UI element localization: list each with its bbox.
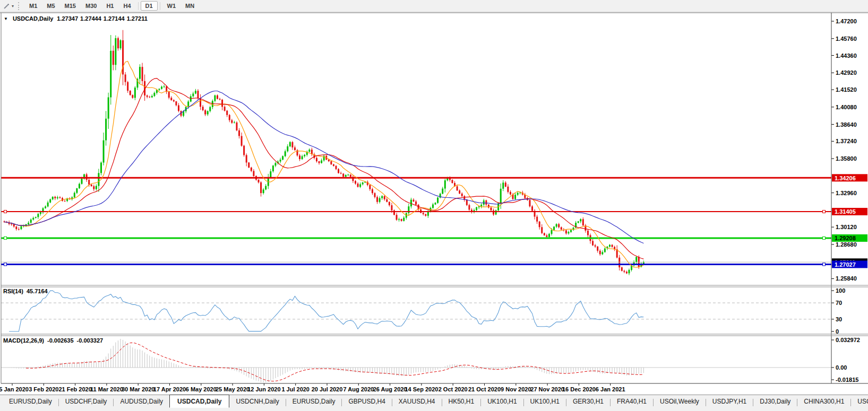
date-axis: 15 Jan 20203 Feb 202021 Feb 202011 Mar 2… bbox=[0, 383, 625, 392]
date-label: 3 Feb 2020 bbox=[29, 386, 58, 392]
macd-scale-label: 0.032972 bbox=[836, 337, 860, 343]
line-handle[interactable] bbox=[823, 237, 826, 239]
macd-value2: -0.003327 bbox=[77, 337, 104, 344]
date-label: 30 Mar 2020 bbox=[122, 386, 154, 392]
chart-tab-usdcnh-daily[interactable]: USDCNH,Daily bbox=[229, 395, 285, 408]
date-label: 26 Aug 2020 bbox=[373, 386, 407, 392]
chart-tab-eurusd-daily[interactable]: EURUSD,Daily bbox=[286, 395, 342, 408]
price-tick-label: 1.40080 bbox=[836, 104, 857, 110]
price-tick-label: 1.38640 bbox=[836, 121, 857, 128]
price-tick-label: 1.44360 bbox=[836, 53, 857, 59]
price-tick-label: 1.35800 bbox=[836, 155, 857, 162]
chart-tab-usdchf-daily[interactable]: USDCHF,Daily bbox=[59, 395, 114, 408]
date-label: 17 Apr 2020 bbox=[153, 386, 186, 392]
chart-tab-bar: EURUSD,DailyUSDCHF,DailyAUDUSD,DailyUSDC… bbox=[0, 395, 868, 411]
price-badge-1.29208-text: 1.29208 bbox=[835, 235, 856, 241]
chart-tab-dj30-daily[interactable]: DJ30,Daily bbox=[753, 395, 797, 408]
date-label: 27 Nov 2020 bbox=[530, 386, 564, 392]
chart-tab-eurusd-daily[interactable]: EURUSD,Daily bbox=[3, 395, 58, 408]
chart-tab-uk100-h1[interactable]: UK100,H1 bbox=[481, 395, 523, 408]
date-label: 9 Nov 2020 bbox=[501, 386, 531, 392]
date-label: 14 Sep 2020 bbox=[405, 386, 438, 392]
rsi-scale-label: 70 bbox=[836, 300, 842, 306]
rsi-scale-label: 30 bbox=[836, 316, 842, 322]
chart-tab-china300-h1[interactable]: CHINA300,H1 bbox=[797, 395, 850, 408]
date-label: 7 Aug 2020 bbox=[343, 386, 374, 392]
macd-pane-label: MACD(12,26,9) -0.002635 -0.003327 bbox=[3, 337, 103, 344]
date-label: 12 Jun 2020 bbox=[247, 386, 280, 392]
chart-tab-audusd-daily[interactable]: AUDUSD,Daily bbox=[114, 395, 169, 408]
date-label: 2 Oct 2020 bbox=[439, 386, 468, 392]
price-badge-1.31405-text: 1.31405 bbox=[835, 208, 856, 215]
price-tick-label: 1.32960 bbox=[836, 190, 857, 196]
date-label: 16 Dec 2020 bbox=[562, 386, 596, 392]
rsi-name: RSI(14) bbox=[3, 288, 23, 294]
line-handle[interactable] bbox=[4, 263, 7, 266]
date-label: 20 Jul 2020 bbox=[312, 386, 343, 392]
date-label: 25 May 2020 bbox=[216, 386, 250, 392]
chart-tab-xauusd-h4[interactable]: XAUUSD,H4 bbox=[392, 395, 442, 408]
mt4-window: ▾ M1M5M15M30H1H4D1W1MN 1.472001.457601.4… bbox=[0, 0, 868, 411]
line-handle[interactable] bbox=[4, 237, 7, 239]
chart-tab-hk50-h1[interactable]: HK50,H1 bbox=[442, 395, 481, 408]
price-badge-1.27027-text: 1.27027 bbox=[835, 261, 856, 268]
price-tick-label: 1.37240 bbox=[836, 138, 857, 144]
date-label: 15 Jan 2020 bbox=[0, 386, 29, 392]
date-label: 6 May 2020 bbox=[186, 386, 217, 392]
chart-tab-ger30-h1[interactable]: GER30,H1 bbox=[566, 395, 610, 408]
ohlc-high: 1.27444 bbox=[80, 15, 101, 22]
chart-tab-usdjpy-h1[interactable]: USDJPY,H1 bbox=[706, 395, 753, 408]
chart-tab-fra40-h1[interactable]: FRA40,H1 bbox=[611, 395, 653, 408]
line-handle[interactable] bbox=[823, 210, 826, 213]
line-handle[interactable] bbox=[823, 263, 826, 266]
price-tick-label: 1.28680 bbox=[836, 241, 857, 248]
price-tick-label: 1.47200 bbox=[836, 18, 857, 24]
line-handle[interactable] bbox=[4, 210, 7, 213]
rsi-value: 45.7164 bbox=[27, 288, 48, 294]
date-label: 6 Jan 2021 bbox=[596, 386, 625, 392]
chart-tab-uk100-h1[interactable]: UK100,H1 bbox=[524, 395, 566, 408]
price-tick-label: 1.42920 bbox=[836, 69, 857, 76]
chart-tab-usdcad-daily[interactable]: USDCAD,Daily bbox=[169, 395, 229, 408]
chart-menu-arrow[interactable]: ▼ bbox=[4, 16, 8, 21]
chart-title: USDCAD,Daily bbox=[13, 15, 53, 22]
price-tick-label: 1.41520 bbox=[836, 86, 857, 93]
date-label: 11 Mar 2020 bbox=[90, 386, 123, 392]
price-tick-label: 1.45760 bbox=[836, 36, 857, 42]
chart-tab-gbpusd-h4[interactable]: GBPUSD,H4 bbox=[342, 395, 391, 408]
price-tick-label: 1.30120 bbox=[836, 224, 857, 230]
date-label: 1 Jul 2020 bbox=[281, 386, 310, 392]
macd-name: MACD(12,26,9) bbox=[3, 337, 44, 344]
rsi-scale-label: 0 bbox=[836, 328, 839, 335]
price-tick-label: 1.25840 bbox=[836, 275, 857, 282]
macd-value1: -0.002635 bbox=[47, 337, 74, 344]
date-label: 21 Oct 2020 bbox=[468, 386, 501, 392]
ohlc-low: 1.27144 bbox=[104, 15, 125, 22]
chart-canvas[interactable]: 1.472001.457601.443601.429201.415201.400… bbox=[0, 0, 868, 411]
price-badge-1.34206-text: 1.34206 bbox=[835, 175, 856, 181]
chart-tab-usoil-[interactable]: USOil, bbox=[851, 395, 868, 408]
macd-scale-label: -0.01815 bbox=[836, 377, 858, 383]
rsi-pane-label: RSI(14) 45.7164 bbox=[3, 288, 48, 294]
macd-scale-label: 0.00 bbox=[836, 364, 847, 371]
date-label: 21 Feb 2020 bbox=[58, 386, 91, 392]
chart-tab-usoil-weekly[interactable]: USOil,Weekly bbox=[654, 395, 706, 408]
ohlc-open: 1.27347 bbox=[57, 15, 78, 22]
chart-header: ▼ USDCAD,Daily 1.27347 1.27444 1.27144 1… bbox=[4, 15, 148, 22]
ohlc-close: 1.27211 bbox=[127, 15, 148, 22]
rsi-scale-label: 100 bbox=[836, 287, 845, 294]
